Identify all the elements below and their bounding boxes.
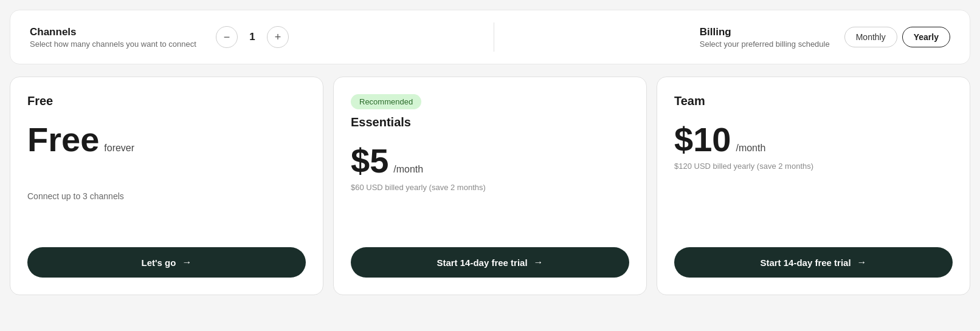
price-amount-essentials: $5 bbox=[351, 144, 388, 178]
price-row-team: $10 /month bbox=[674, 123, 953, 157]
plan-card-essentials: Recommended Essentials $5 /month $60 USD… bbox=[333, 77, 647, 295]
cta-label-essentials: Start 14-day free trial bbox=[437, 258, 527, 268]
price-note-essentials: $60 USD billed yearly (save 2 months) bbox=[351, 183, 629, 192]
price-period-essentials: /month bbox=[393, 164, 423, 175]
cta-arrow-team: → bbox=[857, 257, 867, 268]
channels-subtitle: Select how many channels you want to con… bbox=[30, 39, 196, 49]
plan-card-free: Free Free forever Connect up to 3 channe… bbox=[10, 77, 323, 295]
pricing-cards-container: Free Free forever Connect up to 3 channe… bbox=[10, 77, 970, 295]
plan-name-team: Team bbox=[674, 94, 953, 108]
channels-billing-left: Channels Select how many channels you wa… bbox=[30, 26, 289, 49]
decrement-button[interactable]: − bbox=[216, 26, 238, 48]
cta-button-team[interactable]: Start 14-day free trial → bbox=[674, 247, 953, 278]
price-row-free: Free forever bbox=[27, 123, 306, 157]
cta-button-essentials[interactable]: Start 14-day free trial → bbox=[351, 247, 629, 278]
yearly-toggle-button[interactable]: Yearly bbox=[902, 27, 950, 47]
cta-label-free: Let's go bbox=[142, 258, 176, 268]
cta-label-team: Start 14-day free trial bbox=[760, 258, 851, 268]
plan-card-team: Team $10 /month $120 USD billed yearly (… bbox=[657, 77, 970, 295]
cta-arrow-free: → bbox=[182, 257, 192, 268]
price-amount-team: $10 bbox=[674, 123, 731, 157]
recommended-badge: Recommended bbox=[351, 94, 421, 109]
billing-title: Billing bbox=[700, 26, 830, 38]
price-amount-free: Free bbox=[27, 123, 99, 157]
billing-text: Billing Select your preferred billing sc… bbox=[700, 26, 830, 49]
channel-counter: − 1 + bbox=[216, 26, 289, 48]
increment-button[interactable]: + bbox=[267, 26, 289, 48]
channels-title: Channels bbox=[30, 26, 196, 38]
plan-feature-free: Connect up to 3 channels bbox=[27, 191, 306, 231]
counter-value: 1 bbox=[247, 31, 257, 43]
cta-arrow-essentials: → bbox=[534, 257, 543, 268]
billing-section: Billing Select your preferred billing sc… bbox=[700, 26, 950, 49]
billing-subtitle: Select your preferred billing schedule bbox=[700, 39, 830, 49]
billing-toggle: Monthly Yearly bbox=[844, 27, 950, 47]
price-period-team: /month bbox=[736, 143, 765, 154]
channels-section: Channels Select how many channels you wa… bbox=[30, 26, 196, 49]
monthly-toggle-button[interactable]: Monthly bbox=[844, 27, 897, 47]
price-period-free: forever bbox=[104, 143, 134, 154]
plan-name-essentials: Essentials bbox=[351, 115, 629, 129]
price-row-essentials: $5 /month bbox=[351, 144, 629, 178]
vertical-divider bbox=[494, 22, 494, 52]
cta-button-free[interactable]: Let's go → bbox=[27, 247, 306, 278]
top-bar: Channels Select how many channels you wa… bbox=[10, 10, 970, 64]
plan-name-free: Free bbox=[27, 94, 306, 108]
price-note-team: $120 USD billed yearly (save 2 months) bbox=[674, 162, 953, 171]
